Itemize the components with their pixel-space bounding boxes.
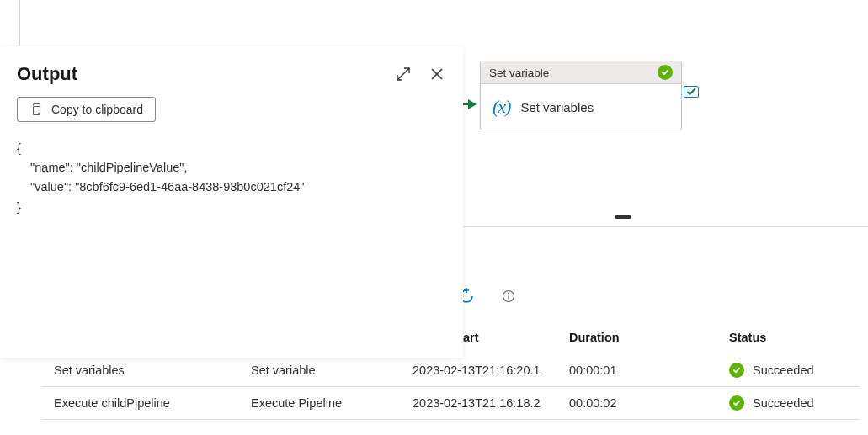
cell-duration: 00:00:02 [569, 396, 729, 410]
svg-point-2 [508, 293, 509, 294]
info-icon[interactable] [500, 288, 517, 305]
output-json: { "name": "childPipelineValue", "value":… [17, 139, 446, 217]
left-rail [19, 0, 20, 46]
copy-icon [29, 103, 43, 116]
col-header-duration: Duration [569, 331, 729, 344]
table-row[interactable]: Execute childPipeline Execute Pipeline 2… [42, 387, 860, 420]
pipeline-canvas[interactable]: Set variable (x) Set variables [463, 50, 868, 227]
success-status-icon [729, 395, 744, 411]
resize-handle[interactable] [615, 215, 631, 219]
expand-icon[interactable] [394, 65, 413, 83]
cell-name: Set variables [42, 363, 251, 377]
close-icon[interactable] [428, 65, 446, 83]
output-header-actions [394, 65, 446, 83]
activity-card-header: Set variable [481, 61, 681, 84]
table-row[interactable]: Set variables Set variable 2023-02-13T21… [42, 354, 860, 387]
cell-start: 2023-02-13T21:16:18.2 [413, 396, 569, 410]
status-header-text: Status [729, 331, 766, 344]
output-title: Output [17, 63, 77, 85]
refresh-icon[interactable] [463, 288, 475, 305]
output-header: Output [17, 63, 446, 85]
output-panel: Output Copy to clipboard { "name": "c [0, 46, 463, 358]
col-header-status: Status [729, 331, 860, 344]
cell-duration: 00:00:01 [569, 363, 729, 377]
activity-card-set-variable[interactable]: Set variable (x) Set variables [480, 61, 682, 130]
status-text: Succeeded [753, 363, 814, 377]
activity-card-body: (x) Set variables [481, 84, 681, 130]
cell-name: Execute childPipeline [42, 396, 251, 410]
activity-type-label: Set variable [489, 66, 549, 79]
run-toolbar [463, 279, 517, 313]
success-status-icon [658, 65, 673, 80]
success-status-icon [729, 363, 744, 378]
variable-icon: (x) [493, 96, 510, 118]
validate-check-icon[interactable] [684, 86, 699, 98]
cell-status: Succeeded [729, 395, 860, 411]
activity-name-label: Set variables [520, 100, 594, 114]
copy-label: Copy to clipboard [51, 103, 143, 116]
cell-type: Set variable [251, 363, 413, 377]
cell-status: Succeeded [729, 363, 860, 378]
connector-arrow-icon [463, 99, 477, 109]
cell-start: 2023-02-13T21:16:20.1 [413, 363, 569, 377]
copy-to-clipboard-button[interactable]: Copy to clipboard [17, 97, 156, 122]
status-text: Succeeded [753, 396, 814, 410]
cell-type: Execute Pipeline [251, 396, 413, 410]
